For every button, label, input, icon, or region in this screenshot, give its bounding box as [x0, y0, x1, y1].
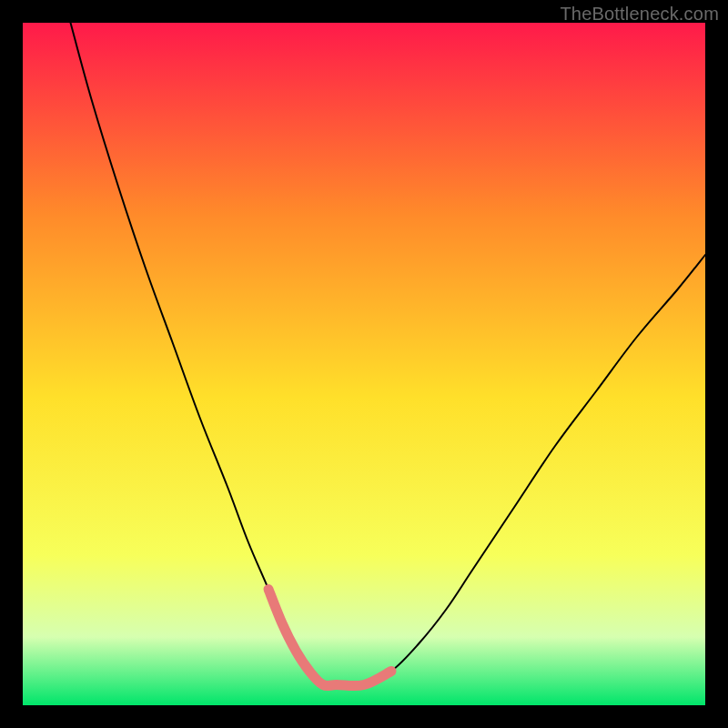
watermark-text: TheBottleneck.com [560, 4, 719, 25]
chart-background [23, 23, 705, 705]
chart-svg [23, 23, 705, 705]
chart-plot-area [23, 23, 705, 705]
chart-frame: TheBottleneck.com [0, 0, 728, 728]
